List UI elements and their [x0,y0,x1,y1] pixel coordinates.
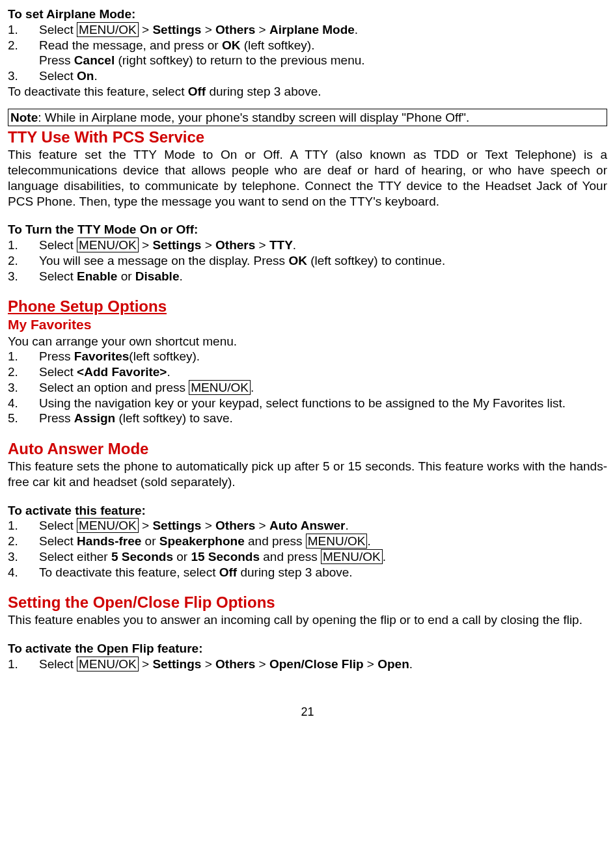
add-favorite-label: <Add Favorite> [77,365,167,379]
ok-label: OK [222,38,241,52]
handsfree-label: Hands-free [77,534,141,548]
flip-step-1: Select MENU/OK > Settings > Others > Ope… [8,657,607,672]
note-text: : While in Airplane mode, your phone's s… [38,111,469,124]
fav-step-4: Using the navigation key or your keypad,… [8,396,607,411]
menu-ok-button: MENU/OK [321,549,383,564]
auto-sub-heading: To activate this feature: [8,503,607,519]
text: . [345,519,348,532]
others-label: Others [215,657,255,671]
setup-heading: Phone Setup Options [8,297,607,316]
flip-heading: Setting the Open/Close Flip Options [8,593,607,612]
text: Select [39,657,77,671]
auto-answer-label: Auto Answer [269,519,345,532]
text: > [139,519,153,532]
text: (left softkey). [129,349,200,363]
text: Select [39,269,77,283]
fav-step-2: Select <Add Favorite>. [8,364,607,380]
text: (left softkey) to save. [115,411,233,425]
text: > [255,657,269,671]
flip-steps: Select MENU/OK > Settings > Others > Ope… [8,657,607,672]
text: Press [39,349,74,363]
open-close-flip-label: Open/Close Flip [269,657,364,671]
settings-label: Settings [152,519,201,532]
fav-step-5: Press Assign (left softkey) to save. [8,411,607,426]
airplane-step-3: Select On. [8,68,607,84]
airplane-mode-label: Airplane Mode [269,23,355,36]
auto-para: This feature sets the phone to automatic… [8,459,607,490]
text: . [94,69,97,83]
text: Select an option and press [39,381,189,394]
airplane-step-2: Read the message, and press or OK (left … [8,38,607,53]
enable-label: Enable [77,269,117,283]
text: Select either [39,550,111,563]
tty-steps: Select MENU/OK > Settings > Others > TTY… [8,237,607,284]
text: Select [39,238,77,252]
text: Select [39,365,77,379]
fav-heading: My Favorites [8,316,607,333]
tty-para: This feature set the TTY Mode to On or O… [8,147,607,209]
text: . [409,657,413,671]
menu-ok-button: MENU/OK [77,237,139,252]
fifteen-seconds-label: 15 Seconds [191,550,260,563]
settings-label: Settings [152,23,201,36]
fav-step-3: Select an option and press MENU/OK. [8,380,607,396]
tty-sub-heading: To Turn the TTY Mode On or Off: [8,222,607,237]
text: . [293,238,296,252]
auto-step-2: Select Hands-free or Speakerphone and pr… [8,534,607,549]
text: > [201,238,215,252]
text: (left softkey). [240,38,314,52]
airplane-steps-cont: Select On. [8,68,607,84]
airplane-heading: To set Airplane Mode: [8,7,607,22]
auto-step-1: Select MENU/OK > Settings > Others > Aut… [8,518,607,534]
auto-step-4: To deactivate this feature, select Off d… [8,565,607,580]
text: during step 3 above. [206,85,321,98]
off-label: Off [188,85,206,98]
airplane-deactivate: To deactivate this feature, select Off d… [8,84,607,100]
text: > [201,23,215,36]
menu-ok-button: MENU/OK [306,534,368,549]
five-seconds-label: 5 Seconds [111,550,173,563]
text: > [139,238,153,252]
note-box: Note: While in Airplane mode, your phone… [8,109,607,127]
text: Select [39,69,77,83]
assign-label: Assign [74,411,115,425]
ok-label: OK [288,254,307,267]
others-label: Others [215,23,255,36]
auto-heading: Auto Answer Mode [8,439,607,459]
cancel-label: Cancel [74,53,115,67]
menu-ok-button: MENU/OK [77,657,139,671]
text: > [364,657,378,671]
text: > [201,519,215,532]
text: To deactivate this feature, select [8,85,188,98]
off-label: Off [219,565,237,579]
others-label: Others [215,519,255,532]
text: . [355,23,358,36]
text: Select [39,23,77,36]
auto-steps: Select MENU/OK > Settings > Others > Aut… [8,518,607,580]
settings-label: Settings [152,238,201,252]
speakerphone-label: Speakerphone [159,534,245,548]
settings-label: Settings [152,657,201,671]
note-label: Note [10,111,38,124]
open-label: Open [377,657,409,671]
tty-label: TTY [269,238,293,252]
text: . [383,550,386,563]
text: Press [39,411,74,425]
text: Select [39,534,77,548]
text: . [251,381,254,394]
text: Press [39,53,74,67]
text: (right softkey) to return to the previou… [115,53,364,67]
airplane-step-2-sub: Press Cancel (right softkey) to return t… [8,53,607,68]
text: . [179,269,182,283]
text: . [367,534,370,548]
text: > [201,657,215,671]
text: or [173,550,191,563]
text: . [167,365,170,379]
tty-heading: TTY Use With PCS Service [8,128,607,147]
text: > [255,519,269,532]
text: Select [39,519,77,532]
fav-steps: Press Favorites(left softkey). Select <A… [8,349,607,426]
text: > [139,23,153,36]
text: (left softkey) to continue. [307,254,445,267]
text: during step 3 above. [237,565,352,579]
